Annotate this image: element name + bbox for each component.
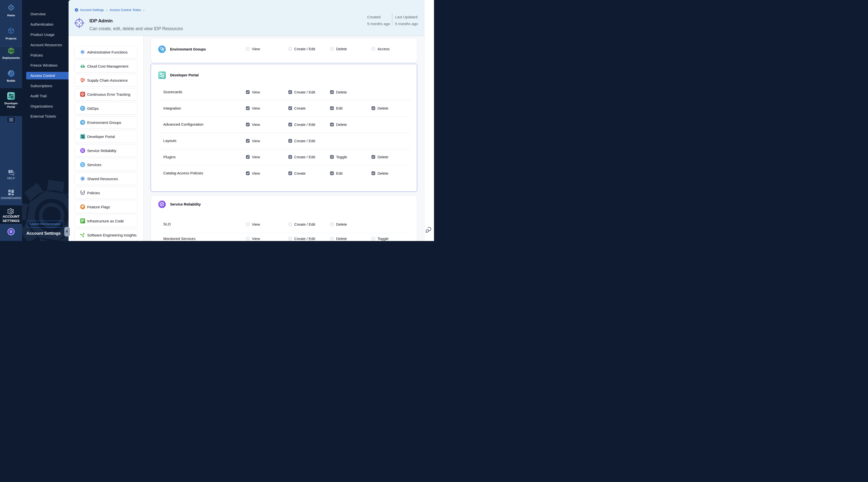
svg-text:?: ? bbox=[9, 170, 11, 173]
svg-text:$: $ bbox=[82, 65, 83, 68]
